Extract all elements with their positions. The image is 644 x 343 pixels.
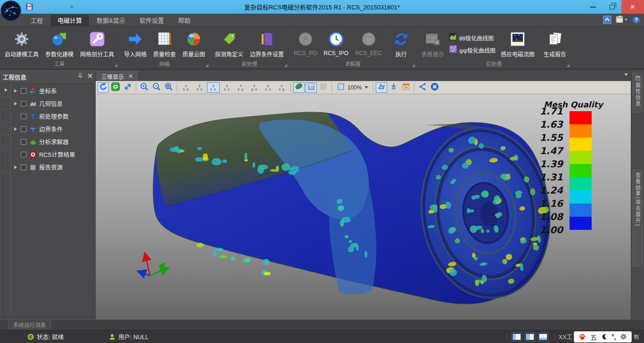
tree-item-preprocess-params[interactable]: 前处理参数 [11, 110, 93, 122]
ime-settings-gear-icon[interactable] [620, 333, 627, 340]
axis-view-button-8[interactable]: zx y [275, 82, 288, 93]
tab-3d-display[interactable]: 三维显示 ✕ [97, 71, 138, 81]
help-icon[interactable]: ? [632, 16, 640, 24]
fit-view-button[interactable] [122, 82, 133, 93]
redo-icon[interactable] [53, 2, 62, 12]
expander-icon[interactable] [13, 89, 18, 93]
cancel-view-button[interactable] [429, 82, 440, 93]
axis-view-button-7[interactable]: yz x [262, 82, 274, 93]
axis-view-button-5[interactable]: xz y [234, 82, 247, 93]
quality-cloud-map-button[interactable]: 质量云图 [179, 27, 208, 60]
ime-wubi-label[interactable]: 五 [590, 332, 597, 342]
undo-icon[interactable] [39, 2, 48, 12]
start-modeling-tool-button[interactable]: 启动建模工具 [1, 27, 42, 60]
rcs-eec-button[interactable]: RCS_EEC [352, 27, 385, 60]
share-view-button[interactable] [417, 82, 428, 93]
app-logo-icon[interactable] [0, 0, 22, 22]
render-shaded-button[interactable] [305, 82, 317, 93]
menu-tab-3[interactable]: 数据&显示 [90, 14, 132, 26]
group-dialog-launcher-icon[interactable] [284, 64, 287, 67]
tab-view-results[interactable]: 查看结果(双击展开) [633, 170, 643, 266]
tab-property-info[interactable]: 属性信息 [633, 73, 643, 113]
snapshot-button[interactable] [376, 82, 387, 93]
group-dialog-launcher-icon[interactable] [567, 64, 570, 67]
zoom-extents-button[interactable] [163, 82, 174, 93]
tree-item-coordinate-system[interactable]: 坐标系 [11, 84, 93, 97]
rcs-ipo-button[interactable]: RCS_IPO [320, 27, 352, 60]
boundary-condition-setting-button[interactable]: 边界条件设置 [247, 27, 287, 60]
expander-icon[interactable] [13, 165, 18, 169]
layout-split-panel-button[interactable] [524, 332, 536, 342]
tree-checkbox[interactable] [21, 139, 26, 145]
menu-tab-1[interactable]: 工程 [24, 14, 50, 26]
parametric-modeling-button[interactable]: 参数化建模 [42, 27, 77, 60]
ime-toolbar[interactable]: 五 °, [574, 331, 632, 343]
tree-checkbox[interactable] [21, 114, 26, 119]
tree-item-boundary-conditions[interactable]: 边界条件 [11, 122, 93, 135]
tree-gutter-cell[interactable] [2, 97, 10, 109]
rcs-po-button[interactable]: RCS_PO [290, 27, 320, 60]
tree-gutter-cell[interactable] [2, 109, 10, 122]
import-mesh-button[interactable]: 导入网格 [121, 27, 150, 60]
save-image-button[interactable] [388, 82, 399, 93]
render-leaf-button[interactable] [293, 82, 305, 93]
group-dialog-launcher-icon[interactable] [206, 64, 208, 67]
execute-button[interactable]: 执行 [388, 27, 415, 60]
axis-view-button-4[interactable]: yz x [221, 82, 233, 93]
tree-gutter-cell[interactable] [2, 160, 10, 173]
axis-view-button-2[interactable]: yz x [193, 82, 206, 93]
group-dialog-launcher-icon[interactable] [412, 64, 415, 67]
expander-icon[interactable] [13, 102, 18, 106]
group-dialog-launcher-icon[interactable] [115, 64, 117, 67]
pin-icon[interactable] [78, 73, 83, 81]
window-capture-button[interactable] [400, 82, 412, 93]
zoom-out-button[interactable] [151, 82, 162, 93]
table-display-button[interactable]: 表格展示 [418, 27, 447, 60]
probe-angle-define-button[interactable]: 探测角定义 [212, 27, 247, 60]
tab-list-dropdown-icon[interactable] [624, 74, 628, 76]
mesh-partition-tool-button[interactable]: 网格剖分工具 [77, 27, 117, 60]
collapse-ribbon-button[interactable] [603, 16, 611, 24]
tree-checkbox[interactable] [21, 88, 26, 94]
tree-checkbox[interactable] [21, 101, 26, 106]
zoom-level-dropdown[interactable]: 100% [334, 82, 371, 93]
qat-dropdown-icon[interactable] [67, 2, 76, 12]
tab-system-messages[interactable]: 系统运行消息 [8, 320, 51, 329]
quality-check-button[interactable]: 质量检查 [150, 27, 179, 60]
menu-tab-5[interactable]: 帮助 [171, 14, 198, 26]
layout-bottom-panel-button[interactable] [537, 332, 549, 342]
tree-gutter-cell[interactable] [2, 135, 10, 147]
tree-item-rcs-results[interactable]: RCS计算结果 [11, 148, 93, 161]
tree-item-geometry-info[interactable]: 几何信息 [11, 97, 93, 110]
tree-item-analysis-solver[interactable]: 分析求解器 [11, 135, 93, 148]
tree-checkbox[interactable] [21, 126, 26, 132]
tab-close-icon[interactable]: ✕ [128, 73, 133, 80]
axis-view-button-6[interactable]: zy x [248, 82, 261, 93]
zoom-in-button[interactable] [139, 82, 150, 93]
expander-icon[interactable] [13, 127, 18, 131]
menu-tab-4[interactable]: 软件设置 [132, 14, 171, 26]
rotate-view-button[interactable] [98, 82, 109, 93]
tree-checkbox[interactable] [21, 152, 26, 157]
close-button[interactable]: × [621, 0, 644, 14]
axis-view-button-1[interactable]: yx z [180, 82, 192, 93]
tree-gutter-cell[interactable] [2, 122, 10, 135]
3d-viewport[interactable]: Mesh Quality 1.711.631.551.471.391.311.2… [96, 94, 631, 319]
tree-gutter-cell[interactable] [2, 147, 10, 160]
ime-moon-icon[interactable] [601, 334, 607, 340]
ime-punctuation-label[interactable]: °, [611, 333, 616, 341]
render-points-button[interactable] [318, 82, 329, 93]
tree-item-report-resources[interactable]: 报告资源 [11, 161, 93, 173]
layout-left-panel-button[interactable] [511, 332, 522, 342]
axis-view-button-3[interactable]: yx z [207, 82, 220, 93]
tree-gutter-cell[interactable] [2, 84, 10, 97]
theta-polarization-curve-button[interactable]: θθ极化曲线图 [449, 33, 495, 42]
ime-paw-icon[interactable] [578, 333, 586, 341]
restore-button[interactable] [603, 0, 621, 14]
tree-checkbox[interactable] [21, 164, 26, 170]
generate-report-button[interactable]: 生成报告 [540, 27, 570, 60]
panel-close-icon[interactable] [88, 73, 92, 81]
induced-em-current-map-button[interactable]: 感应电磁流图 [497, 27, 538, 60]
refresh-view-button[interactable] [110, 82, 121, 93]
minimize-button[interactable] [584, 0, 603, 14]
